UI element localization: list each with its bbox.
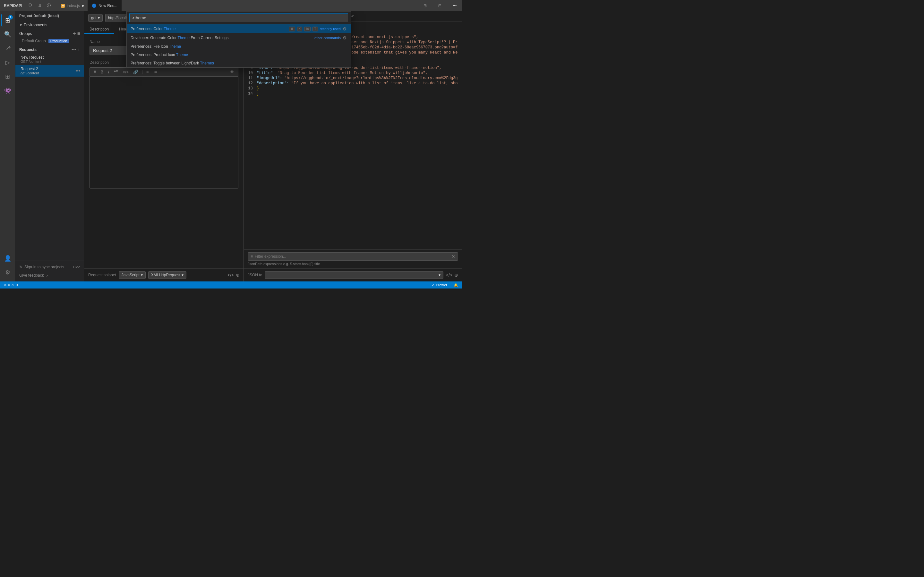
chevron-down-icon: ▾: [439, 273, 441, 277]
request-item-2-actions[interactable]: •••: [75, 68, 80, 73]
activity-icon-git[interactable]: ⎇: [1, 42, 14, 55]
line-number: 13: [244, 86, 257, 91]
check-icon: ✓: [432, 283, 435, 287]
snippet-library-select[interactable]: XMLHttpRequest ▾: [148, 271, 186, 279]
status-prettier[interactable]: ✓ Prettier: [431, 283, 449, 287]
activity-icon-explorer[interactable]: ⊞ 1: [1, 14, 14, 27]
request-item-new-method: GET /content: [21, 60, 80, 63]
json-to-code-icon[interactable]: </>: [446, 272, 452, 277]
add-group-icon[interactable]: +: [73, 31, 76, 36]
command-item-1[interactable]: Preferences: Color Theme ⌘ K ⌘ T recentl…: [127, 24, 351, 33]
filter-input[interactable]: [255, 254, 449, 259]
external-link-icon: ↗: [46, 274, 48, 277]
sync-button[interactable]: ↻ Sign-in to sync projects Hide: [19, 263, 80, 271]
filter-close-icon[interactable]: ✕: [451, 254, 455, 259]
json-to-actions: </> ⊕: [446, 272, 458, 277]
request-item-2[interactable]: Request 2 get /content •••: [15, 65, 84, 77]
status-right: ✓ Prettier 🔔: [431, 283, 459, 287]
json-to-select[interactable]: ▾: [265, 271, 443, 279]
request-item-new-name: New Request: [21, 55, 80, 60]
tab-description[interactable]: Description: [84, 25, 114, 34]
command-item-2[interactable]: Developer: Generate Color Theme From Cur…: [127, 33, 351, 42]
hide-label[interactable]: Hide: [73, 265, 80, 269]
command-item-1-shortcuts: ⌘ K ⌘ T recently used ⚙: [289, 26, 347, 31]
shortcut-cmd2: ⌘: [304, 27, 310, 31]
add-request-icon[interactable]: +: [78, 47, 80, 52]
gear-icon[interactable]: ⚙: [342, 26, 347, 31]
toolbar-italic[interactable]: I: [107, 69, 111, 75]
gear-icon-2[interactable]: ⚙: [342, 35, 347, 40]
titlebar-nav: ⎔ ◫ ⓘ: [26, 2, 53, 10]
environments-header[interactable]: ▼ Environments: [15, 21, 84, 29]
line-number: 10: [244, 71, 257, 75]
command-item-3[interactable]: Preferences: File Icon Theme: [127, 42, 351, 51]
snippet-label: Request snippet: [88, 273, 116, 277]
tab-index-js[interactable]: JS index.js: [57, 0, 88, 11]
feedback-link[interactable]: Give feedback ↗: [19, 272, 80, 279]
toolbar-list-ordered[interactable]: ≔: [152, 69, 159, 75]
nav-icon-1[interactable]: ⎔: [26, 2, 34, 10]
settings-icon: ⚙: [5, 269, 10, 276]
layout-btn-1[interactable]: ⊞: [418, 0, 433, 11]
requests-header: Requests ••• +: [15, 45, 84, 53]
env-group: Default Group Production: [15, 37, 84, 45]
json-to-copy-icon[interactable]: ⊕: [454, 272, 458, 277]
line-content: ]: [257, 91, 259, 96]
error-count: 0: [8, 283, 10, 287]
activity-icon-alien[interactable]: 👾: [1, 84, 14, 97]
method-label: get: [91, 16, 97, 20]
toolbar-code[interactable]: </>: [121, 69, 130, 75]
shortcut-cmd: ⌘: [289, 27, 295, 31]
snippet-language-select[interactable]: JavaScript ▾: [119, 271, 145, 279]
editor-body[interactable]: [89, 76, 238, 189]
request-item-new[interactable]: New Request GET /content: [15, 53, 84, 65]
toolbar-list-unordered[interactable]: ≡: [145, 69, 150, 75]
toolbar-hash[interactable]: #: [92, 69, 97, 75]
command-results: Preferences: Color Theme ⌘ K ⌘ T recentl…: [127, 24, 351, 67]
nav-icon-3[interactable]: ⓘ: [44, 2, 53, 10]
activity-icon-extensions[interactable]: ⊞: [1, 70, 14, 83]
toolbar-link[interactable]: 🔗: [132, 69, 140, 75]
more-btn[interactable]: •••: [447, 0, 462, 11]
snippet-copy-icon[interactable]: ⊕: [236, 272, 240, 277]
command-item-5[interactable]: Preferences: Toggle between Light/Dark T…: [127, 59, 351, 67]
sidebar-bottom: ↻ Sign-in to sync projects Hide Give fee…: [15, 261, 84, 282]
layout-btn-2[interactable]: ⊟: [433, 0, 447, 11]
nav-icon-2[interactable]: ◫: [35, 2, 44, 10]
toolbar-preview[interactable]: 👁: [229, 69, 236, 75]
environments-label: Environments: [24, 23, 47, 27]
requests-options-icon[interactable]: •••: [71, 47, 76, 52]
method-select[interactable]: get ▾: [88, 14, 103, 22]
tab-new-request[interactable]: 🔵 New Rec...: [88, 0, 121, 11]
command-item-5-label: Preferences: Toggle between Light/Dark T…: [131, 61, 347, 65]
description-section: Name Description # B I ❝❞ </> 🔗 ≡: [84, 34, 244, 268]
toolbar-bold[interactable]: B: [99, 69, 105, 75]
command-item-4[interactable]: Preferences: Product Icon Theme: [127, 51, 351, 59]
app-logo: RAPIDAPI: [4, 3, 22, 8]
editor-toolbar: # B I ❝❞ </> 🔗 ≡ ≔ 👁: [89, 67, 238, 76]
command-item-3-label: Preferences: File Icon Theme: [131, 44, 347, 49]
group-options-icon[interactable]: ≡: [78, 31, 80, 36]
command-item-2-shortcuts: other commands ⚙: [314, 35, 347, 40]
snippet-code-icon[interactable]: </>: [228, 272, 234, 277]
chevron-down-icon: ▾: [98, 16, 100, 20]
requests-label: Requests: [19, 47, 71, 52]
other-commands-link-2[interactable]: other commands: [314, 36, 341, 40]
command-input[interactable]: [129, 13, 348, 22]
account-icon: 👤: [4, 255, 11, 262]
command-palette: Preferences: Color Theme ⌘ K ⌘ T recentl…: [126, 11, 351, 68]
status-errors[interactable]: ✕ 0 ⚠ 0: [3, 283, 19, 287]
activity-bar: ⊞ 1 🔍 ⎇ ▷ ⊞ 👾: [0, 11, 15, 282]
line-content: "title": "Drag-to-Reorder List Items wit…: [257, 71, 428, 75]
project-label: Project Default (local): [19, 14, 59, 18]
activity-icon-settings[interactable]: ⚙: [1, 266, 14, 279]
activity-icon-account[interactable]: 👤: [1, 252, 14, 265]
toolbar-quote[interactable]: ❝❞: [112, 69, 120, 75]
snippet-actions: </> ⊕: [228, 272, 240, 277]
other-commands-link[interactable]: recently used: [320, 27, 341, 31]
activity-icon-debug[interactable]: ▷: [1, 56, 14, 69]
filter-hint: JsonPath expressions e.g. $.store.book[0…: [248, 262, 458, 266]
activity-icon-search[interactable]: 🔍: [1, 28, 14, 41]
status-bell[interactable]: 🔔: [452, 283, 459, 287]
groups-label: Groups: [19, 31, 73, 36]
